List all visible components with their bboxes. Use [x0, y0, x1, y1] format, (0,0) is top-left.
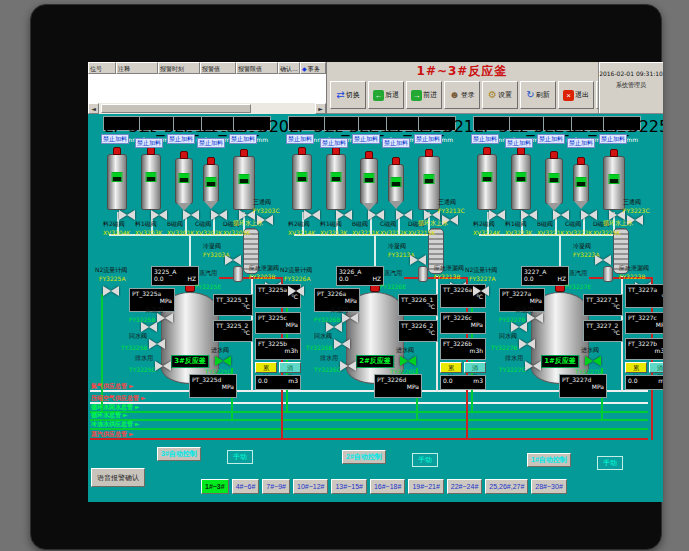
inlet-valve-name: 进水阀: [396, 346, 414, 353]
feed-valve-icon[interactable]: [368, 210, 384, 220]
reset-button[interactable]: 消零: [279, 362, 301, 373]
return-valve-icon[interactable]: [149, 339, 165, 349]
feed-valve-icon[interactable]: [521, 210, 537, 220]
instrument-tag: 3227_A: [522, 267, 568, 275]
inlet-valve-icon[interactable]: [400, 356, 416, 366]
drain-valve-icon[interactable]: [525, 361, 541, 371]
auto-control-button[interactable]: 3#自动控制: [157, 447, 201, 461]
toolbar-button-label: 设置: [498, 90, 512, 100]
return-valve-icon[interactable]: [519, 339, 535, 349]
reactor-tab-7#~9#[interactable]: 7#~9#: [262, 479, 290, 494]
feed-valve-icon[interactable]: [183, 210, 199, 220]
alarm-col-comment[interactable]: 注释: [116, 62, 158, 74]
insulation-valve-icon[interactable]: [511, 322, 527, 332]
auto-control-button[interactable]: 2#自动控制: [342, 450, 386, 464]
manual-button[interactable]: 手动: [412, 453, 438, 467]
feed-valve-name: 料2磁阀: [473, 220, 495, 227]
manual-button[interactable]: 手动: [597, 456, 623, 470]
reactor-group-1#反应釜: LT_32240mm禁止加料LT_32230mm禁止加料LT_32210mm禁止…: [473, 116, 663, 468]
total-button[interactable]: 累计: [625, 362, 647, 373]
drain-valve-icon[interactable]: [340, 361, 356, 371]
feed-valve-icon[interactable]: [581, 210, 597, 220]
reactor-tab-10#~12#[interactable]: 10#~12#: [293, 479, 328, 494]
reset-button[interactable]: 消零: [464, 362, 486, 373]
insulation-valve-icon[interactable]: [342, 313, 358, 323]
cond-valve-icon[interactable]: [225, 255, 241, 265]
bottom-pressure-box: PT_3225dMPa: [189, 374, 237, 398]
feed-valve-icon[interactable]: [396, 210, 412, 220]
alarm-col-time[interactable]: 报警时刻: [158, 62, 200, 74]
feed-valve-icon[interactable]: [211, 210, 227, 220]
reactor-tab-16#~18#[interactable]: 16#~18#: [370, 479, 405, 494]
feed-valve-icon[interactable]: [151, 210, 167, 220]
no-feed-label: 禁止加料: [197, 138, 225, 148]
inlet-valve-icon[interactable]: [215, 356, 231, 366]
steam-valve-tag: FY3227E: [565, 283, 591, 290]
alarm-col-value[interactable]: 报警值: [200, 62, 236, 74]
insulation-valve-icon[interactable]: [141, 322, 157, 332]
feed-tank: [418, 156, 440, 210]
steam-label: 蒸汽用: [384, 269, 402, 276]
insulation-valve-icon[interactable]: [157, 313, 173, 323]
toolbar-button-login-user[interactable]: ☻登录: [444, 81, 480, 109]
feed-valve-icon[interactable]: [119, 210, 135, 220]
no-feed-label: 禁止加料: [352, 134, 380, 144]
insulation-valve-icon[interactable]: [527, 313, 543, 323]
feed-valve-tag: XV3213K: [320, 229, 347, 236]
user-label: 系统管理员: [599, 81, 663, 90]
cond-valve-icon[interactable]: [410, 255, 426, 265]
total-button[interactable]: 累计: [440, 362, 462, 373]
alarm-col-ack[interactable]: 确认...: [278, 62, 300, 74]
return-valve-icon[interactable]: [334, 339, 350, 349]
reactor-tab-4#~6#[interactable]: 4#~6#: [232, 479, 260, 494]
reactor-tab-25,26#,27#[interactable]: 25,26#,27#: [485, 479, 528, 494]
reactor-tab-1#~3#[interactable]: 1#~3#: [201, 479, 229, 494]
alarm-col-limit[interactable]: 报警限值: [236, 62, 278, 74]
no-feed-label: 禁止加料: [101, 134, 129, 144]
scroll-thumb[interactable]: [101, 104, 251, 113]
n2-flow-valve-icon[interactable]: [473, 286, 489, 296]
n2-flow-valve-icon[interactable]: [288, 286, 304, 296]
feed-valve-icon[interactable]: [489, 210, 505, 220]
reactor-tab-19#~21#[interactable]: 19#~21#: [408, 479, 443, 494]
scroll-right-icon[interactable]: ►: [315, 103, 326, 114]
toolbar-button-exit[interactable]: ×退出: [558, 81, 594, 109]
reactor-tab-22#~24#[interactable]: 22#~24#: [447, 479, 482, 494]
manual-button[interactable]: 手动: [227, 450, 253, 464]
scroll-left-icon[interactable]: ◄: [88, 103, 99, 114]
toolbar-button-switch[interactable]: ⇄切换: [330, 81, 366, 109]
alarm-table-scrollbar[interactable]: ◄ ►: [88, 103, 326, 114]
no-feed-label: 禁止加料: [599, 134, 627, 144]
toolbar-button-forward[interactable]: →前进: [406, 81, 442, 109]
inlet-valve-name: 进水阀: [581, 346, 599, 353]
inlet-valve-icon[interactable]: [585, 356, 601, 366]
instrument-tag: FT_3226b: [441, 339, 485, 347]
voice-alarm-ack-button[interactable]: 语音报警确认: [91, 468, 145, 487]
return-valve-name: 回水阀: [499, 332, 517, 339]
tablet-frame: 位号 注释 报警时刻 报警值 报警限值 确认... ◆事务 ◄ ► 1#~3#反…: [30, 4, 662, 550]
instrument-tag: TT_3227a: [626, 285, 663, 293]
insulation-valve-icon[interactable]: [326, 322, 342, 332]
cond-valve-name: 冷凝阀: [388, 242, 406, 249]
reset-button[interactable]: 消零: [649, 362, 663, 373]
feed-valve-icon[interactable]: [553, 210, 569, 220]
reactor-tab-13#~15#[interactable]: 13#~15#: [331, 479, 366, 494]
alarm-col-transaction[interactable]: ◆事务: [300, 62, 326, 74]
instrument-row: m3h: [626, 347, 663, 354]
cond-valve-icon[interactable]: [595, 255, 611, 265]
alarm-col-tag[interactable]: 位号: [88, 62, 116, 74]
feed-valve-icon[interactable]: [304, 210, 320, 220]
n2-flow-valve-icon[interactable]: [103, 286, 119, 296]
toolbar-button-back[interactable]: ←后退: [368, 81, 404, 109]
feed-valve-icon[interactable]: [336, 210, 352, 220]
alarm-table-header: 位号 注释 报警时刻 报警值 报警限值 确认... ◆事务: [88, 62, 326, 74]
tank-cap: [147, 147, 155, 155]
total-button[interactable]: 累计: [255, 362, 277, 373]
instrument-row: MPa: [256, 321, 300, 328]
toolbar-button-settings-gear[interactable]: ⚙设置: [482, 81, 518, 109]
reactor-tab-28#~30#[interactable]: 28#~30#: [531, 479, 566, 494]
toolbar-button-refresh[interactable]: ↻刷新: [520, 81, 556, 109]
drain-valve-icon[interactable]: [155, 361, 171, 371]
instrument-unit: MPa: [160, 297, 172, 304]
auto-control-button[interactable]: 1#自动控制: [527, 453, 571, 467]
